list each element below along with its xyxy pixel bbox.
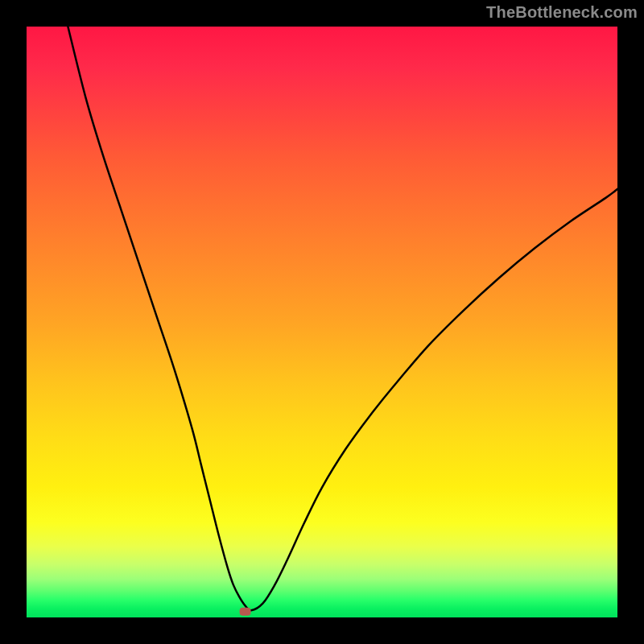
optimal-point-marker — [240, 608, 251, 616]
plot-area — [27, 27, 617, 617]
watermark-text: TheBottleneck.com — [486, 3, 638, 22]
curve-svg — [27, 27, 617, 617]
bottleneck-curve — [68, 27, 617, 610]
chart-frame: TheBottleneck.com — [0, 0, 644, 644]
